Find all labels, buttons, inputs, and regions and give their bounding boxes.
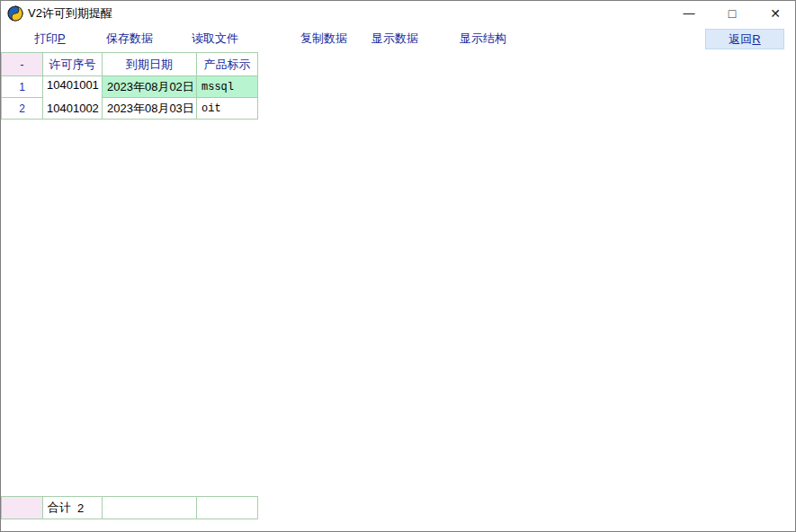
menu-show-data-label: 显示数据 xyxy=(371,31,418,45)
date-cell[interactable]: 2023年08月03日 xyxy=(103,98,197,119)
menu-print[interactable]: 打印P xyxy=(34,26,66,51)
minimize-button[interactable]: — xyxy=(668,1,710,26)
row-number-cell[interactable]: 2 xyxy=(2,98,43,119)
summary-empty-cell xyxy=(103,497,197,519)
summary-empty-cell xyxy=(197,497,257,519)
app-icon xyxy=(7,5,23,22)
license-grid: - 许可序号 到期日期 产品标示 1 10401001 2023年08月02日 … xyxy=(1,52,258,120)
menu-print-label: 打印 xyxy=(34,31,58,45)
close-button[interactable]: ✕ xyxy=(755,1,796,26)
maximize-button[interactable]: □ xyxy=(711,1,753,26)
product-cell[interactable]: mssql xyxy=(197,76,257,98)
app-window: V2许可到期提醒 — □ ✕ 打印P 保存数据 读取文件 复制数据 显示数据 显… xyxy=(0,0,796,532)
grid-header-dash[interactable]: - xyxy=(2,53,43,76)
menu-show-data[interactable]: 显示数据 xyxy=(371,26,418,51)
menu-save-data-label: 保存数据 xyxy=(106,31,153,45)
serial-cell[interactable]: 10401001 xyxy=(43,76,103,98)
menu-print-hotkey: P xyxy=(58,31,66,45)
grid-header-product[interactable]: 产品标示 xyxy=(197,53,257,76)
grid-header-date[interactable]: 到期日期 xyxy=(103,53,197,76)
menu-copy-data[interactable]: 复制数据 xyxy=(300,26,347,51)
menu-copy-data-label: 复制数据 xyxy=(300,31,347,45)
menu-show-structure-label: 显示结构 xyxy=(460,31,506,45)
summary-total-cell: 合计 2 xyxy=(43,497,103,519)
summary-total-count: 2 xyxy=(77,501,84,515)
menu-read-file-label: 读取文件 xyxy=(192,31,238,45)
menu-read-file[interactable]: 读取文件 xyxy=(192,26,238,51)
grid-header-serial[interactable]: 许可序号 xyxy=(43,53,103,76)
summary-row: 合计 2 xyxy=(1,496,258,519)
product-cell[interactable]: oit xyxy=(197,98,257,119)
back-button-label: 返回 xyxy=(729,32,752,46)
summary-corner-cell xyxy=(2,497,43,519)
summary-total-label: 合计 xyxy=(48,500,71,516)
date-cell[interactable]: 2023年08月02日 xyxy=(103,76,197,98)
menu-save-data[interactable]: 保存数据 xyxy=(106,26,153,51)
row-number-cell[interactable]: 1 xyxy=(2,76,43,98)
back-button[interactable]: 返回R xyxy=(705,29,784,49)
menu-show-structure[interactable]: 显示结构 xyxy=(460,26,506,51)
back-button-hotkey: R xyxy=(752,32,760,46)
toolbar: 打印P 保存数据 读取文件 复制数据 显示数据 显示结构 返回R xyxy=(1,26,795,51)
window-title: V2许可到期提醒 xyxy=(28,1,112,26)
titlebar: V2许可到期提醒 — □ ✕ xyxy=(1,1,795,26)
serial-cell[interactable]: 10401002 xyxy=(43,98,103,119)
